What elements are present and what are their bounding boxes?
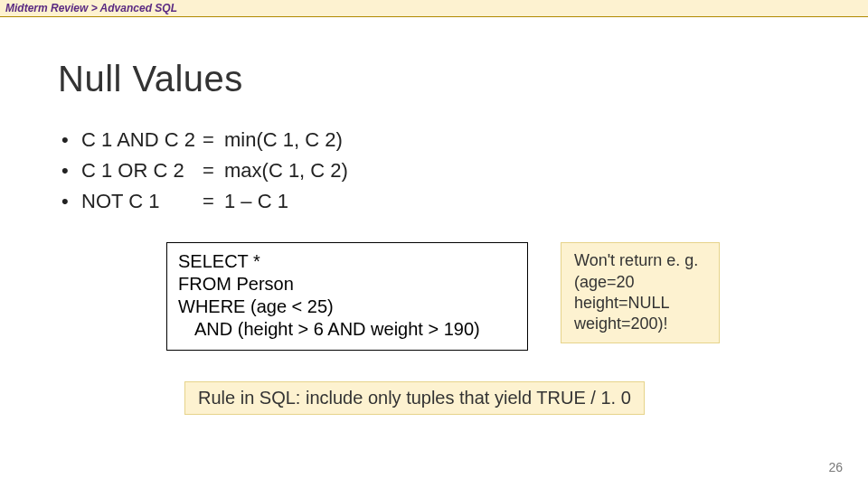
bullet-rhs: min(C 1, C 2) — [224, 125, 343, 155]
note-line: (age=20 — [574, 272, 706, 293]
bullet-item: • C 1 OR C 2 = max(C 1, C 2) — [61, 155, 810, 186]
slide-body: Null Values • C 1 AND C 2 = min(C 1, C 2… — [0, 17, 868, 485]
breadcrumb-separator: > — [91, 2, 98, 14]
equals-sign: = — [203, 155, 219, 186]
note-line: weight=200)! — [574, 314, 706, 334]
bullet-item: • NOT C 1 = 1 – C 1 — [61, 186, 810, 217]
bullet-marker: • — [61, 155, 76, 186]
breadcrumb: Midterm Review > Advanced SQL — [0, 0, 868, 17]
sql-code-box: SELECT * FROM Person WHERE (age < 25) AN… — [166, 242, 528, 351]
note-line: Won't return e. g. — [574, 250, 706, 271]
bullet-list: • C 1 AND C 2 = min(C 1, C 2) • C 1 OR C… — [61, 125, 810, 217]
code-line: WHERE (age < 25) — [178, 296, 516, 318]
content-row: SELECT * FROM Person WHERE (age < 25) AN… — [166, 242, 810, 351]
bullet-marker: • — [61, 186, 76, 217]
equals-sign: = — [203, 186, 219, 217]
breadcrumb-part-1: Midterm Review — [5, 2, 88, 14]
example-note-box: Won't return e. g. (age=20 height=NULL w… — [561, 242, 720, 343]
note-line: height=NULL — [574, 293, 706, 314]
bullet-lhs: C 1 OR C 2 — [81, 155, 197, 186]
bullet-item: • C 1 AND C 2 = min(C 1, C 2) — [61, 125, 810, 155]
slide-title: Null Values — [58, 59, 810, 99]
bullet-rhs: max(C 1, C 2) — [224, 155, 348, 186]
page-number: 26 — [828, 460, 843, 474]
equals-sign: = — [203, 125, 219, 155]
rule-box: Rule in SQL: include only tuples that yi… — [184, 381, 645, 415]
breadcrumb-part-2: Advanced SQL — [100, 2, 177, 14]
bullet-lhs: C 1 AND C 2 — [81, 125, 197, 155]
code-line: SELECT * — [178, 250, 516, 273]
code-line: AND (height > 6 AND weight > 190) — [178, 318, 516, 341]
bullet-rhs: 1 – C 1 — [224, 186, 288, 217]
code-line: FROM Person — [178, 273, 516, 296]
bullet-lhs: NOT C 1 — [81, 186, 197, 217]
bullet-marker: • — [61, 125, 76, 155]
